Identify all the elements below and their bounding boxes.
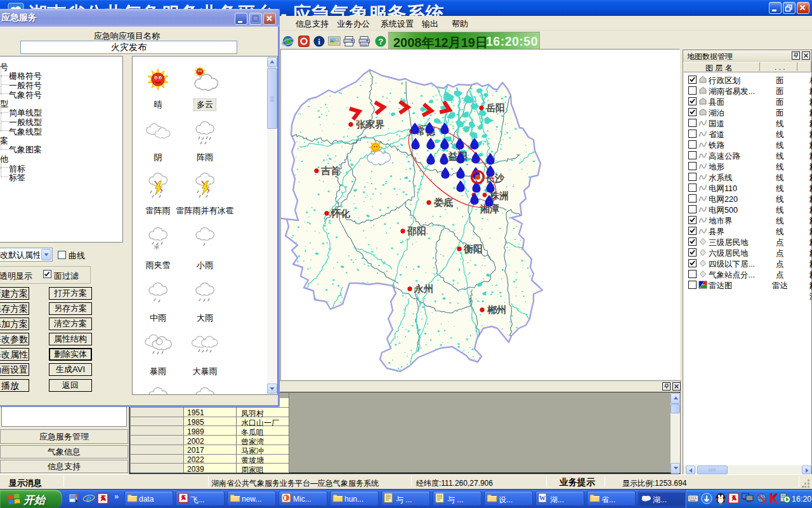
svg-text:i: i — [318, 37, 320, 46]
svg-text:张家界: 张家界 — [356, 119, 384, 130]
svg-text:娄底: 娄底 — [433, 197, 453, 208]
svg-text:郴州: 郴州 — [487, 304, 506, 315]
svg-text:衡阳: 衡阳 — [463, 243, 483, 254]
svg-text:吉首: 吉首 — [320, 165, 340, 176]
svg-text:e: e — [86, 492, 92, 505]
svg-text:邵阳: 邵阳 — [407, 225, 426, 236]
svg-text:?: ? — [378, 37, 383, 46]
svg-text:怀化: 怀化 — [331, 208, 351, 218]
svg-text:W: W — [539, 495, 546, 502]
svg-text:岳阳: 岳阳 — [485, 102, 505, 113]
svg-text:永州: 永州 — [414, 283, 433, 294]
